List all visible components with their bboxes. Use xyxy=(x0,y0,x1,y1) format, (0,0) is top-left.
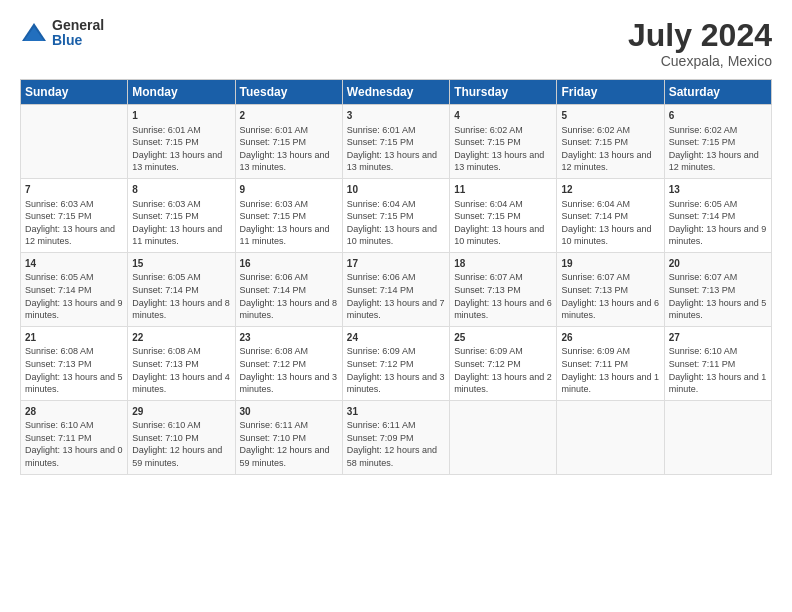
day-number: 28 xyxy=(25,405,123,419)
day-number: 6 xyxy=(669,109,767,123)
calendar-cell: 12Sunrise: 6:04 AMSunset: 7:14 PMDayligh… xyxy=(557,179,664,253)
day-number: 16 xyxy=(240,257,338,271)
day-number: 8 xyxy=(132,183,230,197)
cell-info: Sunrise: 6:06 AMSunset: 7:14 PMDaylight:… xyxy=(347,271,445,321)
day-number: 22 xyxy=(132,331,230,345)
calendar-cell: 27Sunrise: 6:10 AMSunset: 7:11 PMDayligh… xyxy=(664,326,771,400)
day-number: 14 xyxy=(25,257,123,271)
week-row-4: 21Sunrise: 6:08 AMSunset: 7:13 PMDayligh… xyxy=(21,326,772,400)
cell-info: Sunrise: 6:04 AMSunset: 7:15 PMDaylight:… xyxy=(347,198,445,248)
calendar-cell xyxy=(450,400,557,474)
calendar-cell: 15Sunrise: 6:05 AMSunset: 7:14 PMDayligh… xyxy=(128,252,235,326)
cell-info: Sunrise: 6:03 AMSunset: 7:15 PMDaylight:… xyxy=(132,198,230,248)
cell-info: Sunrise: 6:06 AMSunset: 7:14 PMDaylight:… xyxy=(240,271,338,321)
day-number: 17 xyxy=(347,257,445,271)
calendar-cell: 24Sunrise: 6:09 AMSunset: 7:12 PMDayligh… xyxy=(342,326,449,400)
calendar-cell: 2Sunrise: 6:01 AMSunset: 7:15 PMDaylight… xyxy=(235,105,342,179)
day-number: 19 xyxy=(561,257,659,271)
calendar-cell: 17Sunrise: 6:06 AMSunset: 7:14 PMDayligh… xyxy=(342,252,449,326)
day-number: 21 xyxy=(25,331,123,345)
calendar-table: SundayMondayTuesdayWednesdayThursdayFrid… xyxy=(20,79,772,474)
logo: General Blue xyxy=(20,18,104,49)
column-header-wednesday: Wednesday xyxy=(342,80,449,105)
day-number: 10 xyxy=(347,183,445,197)
logo-text: General Blue xyxy=(52,18,104,49)
calendar-cell: 7Sunrise: 6:03 AMSunset: 7:15 PMDaylight… xyxy=(21,179,128,253)
column-header-tuesday: Tuesday xyxy=(235,80,342,105)
cell-info: Sunrise: 6:07 AMSunset: 7:13 PMDaylight:… xyxy=(454,271,552,321)
cell-info: Sunrise: 6:08 AMSunset: 7:13 PMDaylight:… xyxy=(25,345,123,395)
column-header-friday: Friday xyxy=(557,80,664,105)
day-number: 12 xyxy=(561,183,659,197)
calendar-cell: 13Sunrise: 6:05 AMSunset: 7:14 PMDayligh… xyxy=(664,179,771,253)
day-number: 4 xyxy=(454,109,552,123)
cell-info: Sunrise: 6:09 AMSunset: 7:12 PMDaylight:… xyxy=(347,345,445,395)
day-number: 13 xyxy=(669,183,767,197)
calendar-cell: 10Sunrise: 6:04 AMSunset: 7:15 PMDayligh… xyxy=(342,179,449,253)
cell-info: Sunrise: 6:02 AMSunset: 7:15 PMDaylight:… xyxy=(669,124,767,174)
calendar-cell xyxy=(21,105,128,179)
calendar-cell: 16Sunrise: 6:06 AMSunset: 7:14 PMDayligh… xyxy=(235,252,342,326)
cell-info: Sunrise: 6:09 AMSunset: 7:12 PMDaylight:… xyxy=(454,345,552,395)
calendar-cell xyxy=(557,400,664,474)
cell-info: Sunrise: 6:11 AMSunset: 7:10 PMDaylight:… xyxy=(240,419,338,469)
calendar-cell: 4Sunrise: 6:02 AMSunset: 7:15 PMDaylight… xyxy=(450,105,557,179)
cell-info: Sunrise: 6:08 AMSunset: 7:13 PMDaylight:… xyxy=(132,345,230,395)
cell-info: Sunrise: 6:04 AMSunset: 7:15 PMDaylight:… xyxy=(454,198,552,248)
calendar-cell: 3Sunrise: 6:01 AMSunset: 7:15 PMDaylight… xyxy=(342,105,449,179)
day-number: 2 xyxy=(240,109,338,123)
day-number: 5 xyxy=(561,109,659,123)
day-number: 15 xyxy=(132,257,230,271)
calendar-cell: 9Sunrise: 6:03 AMSunset: 7:15 PMDaylight… xyxy=(235,179,342,253)
week-row-3: 14Sunrise: 6:05 AMSunset: 7:14 PMDayligh… xyxy=(21,252,772,326)
cell-info: Sunrise: 6:01 AMSunset: 7:15 PMDaylight:… xyxy=(347,124,445,174)
day-number: 1 xyxy=(132,109,230,123)
logo-blue-text: Blue xyxy=(52,33,104,48)
title-block: July 2024 Cuexpala, Mexico xyxy=(628,18,772,69)
day-number: 9 xyxy=(240,183,338,197)
calendar-cell: 8Sunrise: 6:03 AMSunset: 7:15 PMDaylight… xyxy=(128,179,235,253)
calendar-cell: 20Sunrise: 6:07 AMSunset: 7:13 PMDayligh… xyxy=(664,252,771,326)
logo-general-text: General xyxy=(52,18,104,33)
cell-info: Sunrise: 6:01 AMSunset: 7:15 PMDaylight:… xyxy=(240,124,338,174)
day-number: 29 xyxy=(132,405,230,419)
logo-icon xyxy=(20,19,48,47)
calendar-cell: 6Sunrise: 6:02 AMSunset: 7:15 PMDaylight… xyxy=(664,105,771,179)
day-number: 7 xyxy=(25,183,123,197)
calendar-cell: 18Sunrise: 6:07 AMSunset: 7:13 PMDayligh… xyxy=(450,252,557,326)
calendar-header-row: SundayMondayTuesdayWednesdayThursdayFrid… xyxy=(21,80,772,105)
cell-info: Sunrise: 6:07 AMSunset: 7:13 PMDaylight:… xyxy=(669,271,767,321)
cell-info: Sunrise: 6:08 AMSunset: 7:12 PMDaylight:… xyxy=(240,345,338,395)
cell-info: Sunrise: 6:05 AMSunset: 7:14 PMDaylight:… xyxy=(669,198,767,248)
column-header-sunday: Sunday xyxy=(21,80,128,105)
calendar-cell xyxy=(664,400,771,474)
day-number: 18 xyxy=(454,257,552,271)
column-header-saturday: Saturday xyxy=(664,80,771,105)
calendar-cell: 30Sunrise: 6:11 AMSunset: 7:10 PMDayligh… xyxy=(235,400,342,474)
calendar-cell: 1Sunrise: 6:01 AMSunset: 7:15 PMDaylight… xyxy=(128,105,235,179)
header: General Blue July 2024 Cuexpala, Mexico xyxy=(20,18,772,69)
cell-info: Sunrise: 6:11 AMSunset: 7:09 PMDaylight:… xyxy=(347,419,445,469)
cell-info: Sunrise: 6:10 AMSunset: 7:11 PMDaylight:… xyxy=(669,345,767,395)
day-number: 27 xyxy=(669,331,767,345)
week-row-5: 28Sunrise: 6:10 AMSunset: 7:11 PMDayligh… xyxy=(21,400,772,474)
calendar-cell: 22Sunrise: 6:08 AMSunset: 7:13 PMDayligh… xyxy=(128,326,235,400)
cell-info: Sunrise: 6:07 AMSunset: 7:13 PMDaylight:… xyxy=(561,271,659,321)
cell-info: Sunrise: 6:05 AMSunset: 7:14 PMDaylight:… xyxy=(132,271,230,321)
page: General Blue July 2024 Cuexpala, Mexico … xyxy=(0,0,792,612)
day-number: 23 xyxy=(240,331,338,345)
calendar-cell: 21Sunrise: 6:08 AMSunset: 7:13 PMDayligh… xyxy=(21,326,128,400)
cell-info: Sunrise: 6:01 AMSunset: 7:15 PMDaylight:… xyxy=(132,124,230,174)
cell-info: Sunrise: 6:03 AMSunset: 7:15 PMDaylight:… xyxy=(25,198,123,248)
cell-info: Sunrise: 6:02 AMSunset: 7:15 PMDaylight:… xyxy=(561,124,659,174)
day-number: 30 xyxy=(240,405,338,419)
day-number: 25 xyxy=(454,331,552,345)
cell-info: Sunrise: 6:05 AMSunset: 7:14 PMDaylight:… xyxy=(25,271,123,321)
day-number: 3 xyxy=(347,109,445,123)
column-header-thursday: Thursday xyxy=(450,80,557,105)
day-number: 26 xyxy=(561,331,659,345)
day-number: 11 xyxy=(454,183,552,197)
subtitle: Cuexpala, Mexico xyxy=(628,53,772,69)
calendar-cell: 26Sunrise: 6:09 AMSunset: 7:11 PMDayligh… xyxy=(557,326,664,400)
calendar-cell: 28Sunrise: 6:10 AMSunset: 7:11 PMDayligh… xyxy=(21,400,128,474)
